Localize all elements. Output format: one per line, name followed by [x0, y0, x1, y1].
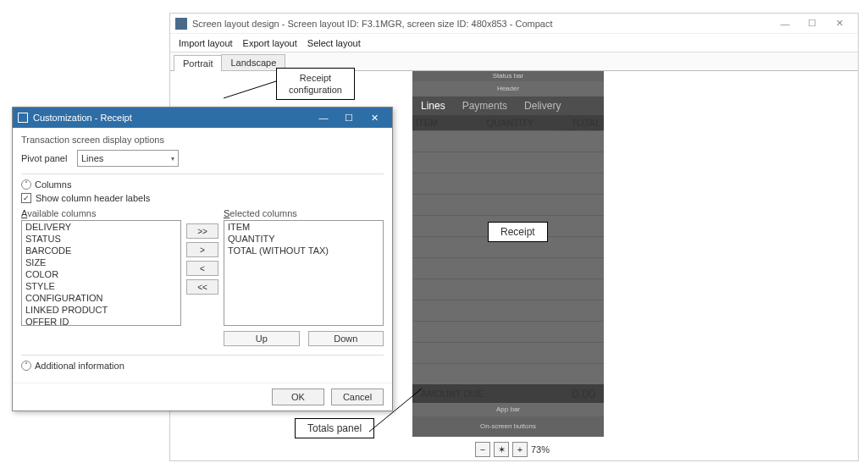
- main-window-title: Screen layout design - Screen layout ID:…: [192, 19, 771, 29]
- preview-header: Header: [412, 81, 604, 96]
- preview-status-bar: Status bar: [412, 71, 604, 81]
- preview-row: [412, 342, 604, 363]
- dialog-minimize-icon[interactable]: —: [311, 107, 336, 128]
- orientation-tab-strip: Portrait Landscape: [170, 52, 858, 71]
- tab-portrait[interactable]: Portrait: [174, 55, 222, 71]
- dialog-app-icon: [18, 113, 28, 123]
- dialog-maximize-icon[interactable]: ☐: [336, 107, 362, 128]
- callout-receipt: Receipt: [488, 222, 548, 242]
- preview-row: [412, 194, 604, 215]
- preview-tab-delivery[interactable]: Delivery: [516, 96, 569, 115]
- preview-row: [412, 363, 604, 384]
- callout-totals-panel: Totals panel: [295, 418, 374, 438]
- selected-columns-label: Selected columns: [224, 208, 384, 218]
- zoom-out-button[interactable]: −: [475, 442, 490, 457]
- chevron-down-icon: ˅: [21, 361, 31, 371]
- preview-row: [412, 321, 604, 342]
- pivot-panel-value: Lines: [81, 153, 103, 163]
- list-item[interactable]: COLOR: [22, 268, 180, 280]
- list-item[interactable]: OFFER ID: [22, 316, 180, 326]
- cancel-button[interactable]: Cancel: [331, 389, 384, 405]
- minimize-icon[interactable]: —: [771, 14, 799, 33]
- preview-totals-panel: AMOUNT DUE 0.00: [412, 384, 604, 403]
- list-item[interactable]: SIZE: [22, 256, 180, 268]
- preview-app-bar: App bar: [412, 403, 604, 416]
- menu-select-layout[interactable]: Select layout: [307, 38, 361, 48]
- customization-dialog: Customization - Receipt — ☐ ✕ Transactio…: [12, 107, 393, 411]
- move-down-button[interactable]: Down: [308, 331, 384, 346]
- list-item[interactable]: QUANTITY: [224, 233, 383, 245]
- list-item[interactable]: STYLE: [22, 280, 180, 292]
- device-preview[interactable]: Status bar Header Lines Payments Deliver…: [412, 71, 604, 437]
- preview-receipt-rows: [412, 130, 604, 384]
- preview-col-item: ITEM: [412, 115, 484, 130]
- dialog-close-icon[interactable]: ✕: [362, 107, 387, 128]
- pivot-panel-label: Pivot panel: [21, 153, 70, 163]
- zoom-fit-button[interactable]: ✶: [494, 442, 509, 457]
- list-item[interactable]: LINKED PRODUCT: [22, 304, 180, 316]
- zoom-in-button[interactable]: +: [512, 442, 528, 457]
- preview-col-total: TOTAL (WITHOUT TAX): [537, 115, 604, 130]
- available-columns-listbox[interactable]: DELIVERYSTATUSBARCODESIZECOLORSTYLECONFI…: [21, 220, 181, 326]
- preview-row: [412, 152, 604, 173]
- columns-expander[interactable]: ˄ Columns: [21, 174, 384, 190]
- preview-row: [412, 278, 604, 300]
- move-all-right-button[interactable]: >>: [186, 223, 218, 239]
- preview-onscreen-buttons: On-screen buttons: [412, 416, 604, 437]
- chevron-up-icon: ˄: [21, 179, 31, 190]
- dialog-section-title: Transaction screen display options: [21, 135, 384, 145]
- list-item[interactable]: STATUS: [22, 233, 180, 245]
- list-item[interactable]: CONFIGURATION: [22, 292, 180, 304]
- show-column-headers-checkbox[interactable]: ✓: [21, 193, 31, 203]
- list-item[interactable]: DELIVERY: [22, 221, 180, 233]
- move-all-left-button[interactable]: <<: [186, 279, 218, 295]
- callout-receipt-configuration: Receiptconfiguration: [276, 68, 355, 100]
- close-icon[interactable]: ✕: [826, 14, 853, 33]
- preview-row: [412, 300, 604, 321]
- preview-col-quantity: QUANTITY: [484, 115, 538, 130]
- show-column-headers-label: Show column header labels: [36, 193, 150, 203]
- columns-expander-label: Columns: [35, 179, 71, 190]
- list-item[interactable]: BARCODE: [22, 245, 180, 256]
- zoom-bar: − ✶ + 73%: [475, 442, 550, 457]
- menu-export-layout[interactable]: Export layout: [243, 38, 297, 48]
- list-item[interactable]: TOTAL (WITHOUT TAX): [224, 245, 383, 256]
- preview-row: [412, 257, 604, 278]
- additional-info-expander[interactable]: ˅ Additional information: [21, 355, 384, 371]
- app-icon: [175, 18, 187, 30]
- move-right-button[interactable]: >: [186, 242, 218, 257]
- main-title-bar: Screen layout design - Screen layout ID:…: [170, 14, 858, 34]
- amount-due-value: 0.00: [572, 387, 595, 400]
- preview-row: [412, 130, 604, 152]
- list-item[interactable]: ITEM: [224, 221, 383, 233]
- menu-bar: Import layout Export layout Select layou…: [170, 34, 858, 52]
- maximize-icon[interactable]: ☐: [799, 14, 826, 33]
- dialog-title-bar[interactable]: Customization - Receipt — ☐ ✕: [13, 107, 392, 128]
- ok-button[interactable]: OK: [272, 389, 324, 405]
- dialog-title: Customization - Receipt: [33, 113, 311, 123]
- preview-tab-lines[interactable]: Lines: [412, 96, 454, 115]
- pivot-panel-combo[interactable]: Lines ▾: [77, 150, 179, 167]
- preview-tabs: Lines Payments Delivery: [412, 96, 604, 115]
- chevron-down-icon: ▾: [171, 155, 174, 163]
- available-columns-label: Available columns: [21, 208, 181, 218]
- menu-import-layout[interactable]: Import layout: [179, 38, 233, 48]
- preview-tab-payments[interactable]: Payments: [454, 96, 516, 115]
- preview-row: [412, 173, 604, 194]
- zoom-percent: 73%: [531, 444, 550, 455]
- move-up-button[interactable]: Up: [224, 331, 300, 346]
- selected-columns-listbox[interactable]: ITEMQUANTITYTOTAL (WITHOUT TAX): [224, 220, 384, 326]
- amount-due-label: AMOUNT DUE: [421, 389, 484, 399]
- preview-column-headers: ITEM QUANTITY TOTAL (WITHOUT TAX): [412, 115, 604, 130]
- move-left-button[interactable]: <: [186, 261, 218, 276]
- additional-info-label: Additional information: [35, 361, 124, 371]
